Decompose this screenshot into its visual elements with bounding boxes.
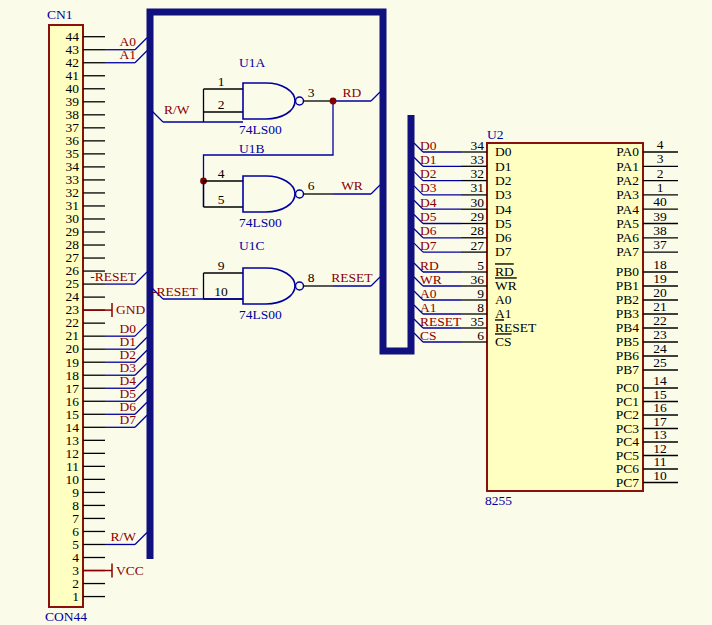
net-label-D7[interactable]: D7	[120, 412, 137, 427]
gate-designator[interactable]: U1A	[239, 55, 265, 70]
net-label-A1[interactable]: A1	[420, 300, 437, 315]
net-label-A1[interactable]: A1	[120, 47, 137, 62]
net-label-A0[interactable]: A0	[420, 286, 437, 301]
net-label-RD[interactable]: RD	[420, 258, 439, 273]
net-label-R/W[interactable]: R/W	[164, 102, 190, 117]
net-label-RESET[interactable]: RESET	[420, 314, 462, 329]
net-label-D0[interactable]: D0	[420, 138, 437, 153]
u2-pin-number: 22	[653, 313, 667, 328]
u2-pin-number: 34	[471, 138, 485, 153]
u2-pin-number: 35	[471, 314, 485, 329]
u2-pin-name: A1	[495, 306, 512, 321]
gate-part-number[interactable]: 74LS00	[239, 122, 282, 137]
cn1-part-label[interactable]: CON44	[45, 609, 87, 624]
u2-pin-name: A0	[495, 292, 512, 307]
u2-pin-number: 20	[653, 285, 667, 300]
net-label-D4[interactable]: D4	[420, 195, 437, 210]
net-label-D7[interactable]: D7	[420, 238, 437, 253]
u2-pin-name: PB1	[616, 278, 639, 293]
gate-part-number[interactable]: 74LS00	[239, 215, 282, 230]
u2-pin-number: 36	[471, 272, 485, 287]
u2-pin-name: D6	[495, 230, 512, 245]
u2-pin-number: 8	[477, 300, 484, 315]
u2-part-label[interactable]: 8255	[485, 493, 512, 508]
u2-pin-number: 32	[471, 166, 485, 181]
u2-pin-name: D0	[495, 144, 512, 159]
u2-pin-number: 2	[657, 166, 664, 181]
u2-pin-name: PA2	[616, 173, 639, 188]
net-label-RD[interactable]: RD	[343, 85, 362, 100]
u2-pin-number: 39	[653, 209, 667, 224]
u2-pin-number: 6	[477, 328, 484, 343]
u2-pin-number: 28	[471, 223, 485, 238]
u2-pin-name: RESET	[495, 320, 537, 335]
u2-pin-name: RD	[495, 264, 514, 279]
cn1-pin-number: 1	[72, 589, 79, 604]
net-label--RESET[interactable]: -RESET	[152, 284, 199, 299]
net-label-WR[interactable]: WR	[420, 272, 442, 287]
net-label-D1[interactable]: D1	[420, 152, 437, 167]
u2-pin-name: D4	[495, 202, 512, 217]
net-label-D3[interactable]: D3	[420, 180, 437, 195]
u2-pin-name: PA7	[616, 244, 639, 259]
u2-pin-number: 29	[471, 209, 485, 224]
u2-pin-number: 1	[657, 180, 664, 195]
u2-pin-number: 24	[653, 341, 667, 356]
u2-pin-number: 37	[653, 237, 667, 252]
u2-pin-name: PB0	[616, 264, 640, 279]
u2-pin-name: D1	[495, 159, 512, 174]
gate-pin-number: 4	[218, 166, 225, 181]
gate-designator[interactable]: U1C	[239, 238, 265, 253]
power-label-VCC[interactable]: VCC	[116, 563, 144, 578]
u2-pin-name: PA6	[616, 230, 639, 245]
u2-pin-number: 18	[653, 257, 667, 272]
u2-pin-name: D3	[495, 187, 512, 202]
u2-pin-number: 9	[477, 286, 484, 301]
u2-pin-number: 5	[477, 258, 484, 273]
net-label-D5[interactable]: D5	[420, 209, 437, 224]
u2-pin-name: PB4	[616, 320, 640, 335]
u2-pin-number: 4	[657, 137, 664, 152]
net-label-WR[interactable]: WR	[341, 178, 363, 193]
gate-part-number[interactable]: 74LS00	[239, 307, 282, 322]
u2-pin-number: 10	[653, 468, 667, 483]
u2-pin-name: PA3	[616, 187, 639, 202]
u2-pin-number: 27	[471, 238, 485, 253]
u2-pin-name: CS	[495, 334, 512, 349]
u2-pin-name: PA0	[616, 144, 639, 159]
u2-pin-number: 31	[471, 180, 485, 195]
gate-pin-number: 6	[308, 178, 315, 193]
net-label-RESET[interactable]: RESET	[331, 270, 373, 285]
junction-dot	[330, 98, 337, 105]
u2-pin-number: 19	[653, 271, 667, 286]
gate-pin-number: 9	[218, 258, 225, 273]
net-label-D6[interactable]: D6	[420, 223, 437, 238]
u2-pin-number: 33	[471, 152, 485, 167]
gate-pin-number: 3	[308, 85, 315, 100]
u2-pin-name: PB6	[616, 348, 640, 363]
gate-pin-number: 10	[214, 284, 228, 299]
net-label-CS[interactable]: CS	[420, 328, 437, 343]
power-label-GND[interactable]: GND	[116, 302, 145, 317]
u2-pin-number: 23	[653, 327, 667, 342]
gate-pin-number: 1	[218, 74, 225, 89]
net-label-D2[interactable]: D2	[420, 166, 437, 181]
cn1-designator[interactable]: CN1	[47, 7, 73, 22]
u2-pin-name: PA4	[616, 202, 639, 217]
u2-pin-number: 3	[657, 151, 664, 166]
net-label--RESET[interactable]: -RESET	[90, 269, 137, 284]
u2-pin-number: 25	[653, 355, 667, 370]
u2-designator[interactable]: U2	[487, 127, 504, 142]
u2-pin-name: PA1	[616, 159, 639, 174]
u2-pin-name: D5	[495, 216, 512, 231]
gate-pin-number: 2	[218, 97, 225, 112]
gate-designator[interactable]: U1B	[239, 141, 265, 156]
u2-pin-name: PC7	[616, 475, 640, 490]
u2-pin-name: PB3	[616, 306, 640, 321]
schematic-canvas: CN1CON444443A042A14140393837363534333231…	[0, 0, 712, 625]
schematic-sheet: CN1CON444443A042A14140393837363534333231…	[0, 0, 712, 625]
u2-pin-name: PB5	[616, 334, 640, 349]
net-label-R/W[interactable]: R/W	[111, 529, 137, 544]
u2-pin-number: 38	[653, 223, 667, 238]
u2-pin-number: 40	[653, 194, 667, 209]
